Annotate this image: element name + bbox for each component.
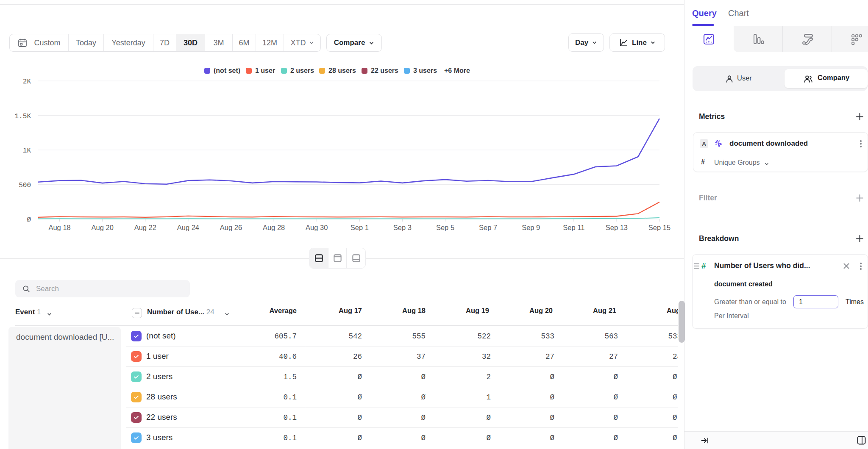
svg-text:2K: 2K xyxy=(23,78,31,86)
svg-text:Sep 7: Sep 7 xyxy=(479,224,497,231)
svg-text:1K: 1K xyxy=(23,147,31,155)
svg-text:Ø: Ø xyxy=(27,216,31,224)
svg-text:Aug 18: Aug 18 xyxy=(48,224,70,231)
svg-text:Aug 30: Aug 30 xyxy=(306,224,328,231)
svg-text:Aug 28: Aug 28 xyxy=(263,224,285,231)
svg-text:Aug 24: Aug 24 xyxy=(177,224,199,231)
svg-text:500: 500 xyxy=(19,182,31,189)
svg-text:Sep 3: Sep 3 xyxy=(393,224,412,231)
svg-text:Aug 22: Aug 22 xyxy=(134,224,156,231)
svg-text:Sep 1: Sep 1 xyxy=(351,224,369,231)
svg-text:Aug 20: Aug 20 xyxy=(92,224,114,231)
svg-text:Aug 26: Aug 26 xyxy=(220,224,242,231)
svg-text:Sep 5: Sep 5 xyxy=(436,224,454,231)
svg-text:1.5K: 1.5K xyxy=(15,113,31,120)
svg-text:Sep 11: Sep 11 xyxy=(563,224,584,231)
svg-text:Sep 9: Sep 9 xyxy=(522,224,540,231)
svg-text:Sep 13: Sep 13 xyxy=(606,224,628,231)
svg-text:Sep 15: Sep 15 xyxy=(648,224,670,231)
